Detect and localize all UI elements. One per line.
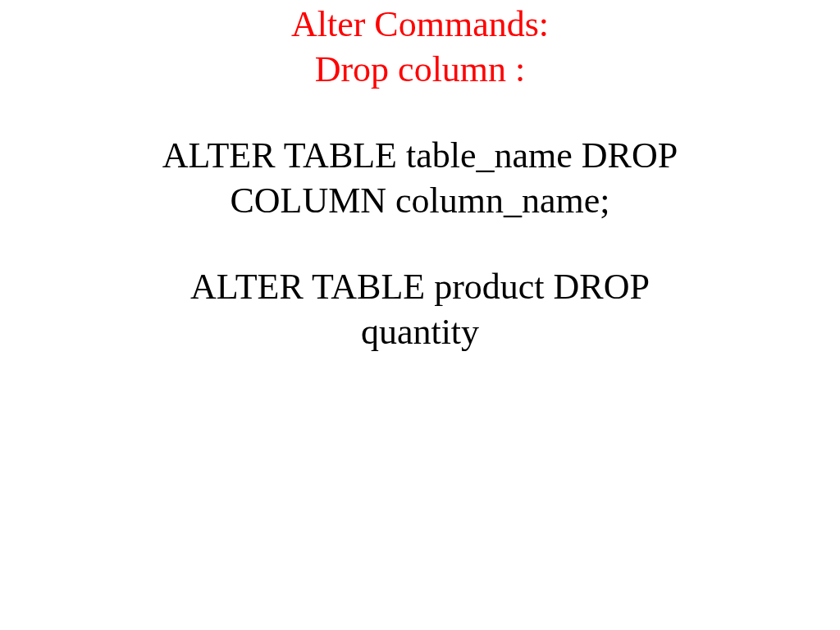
example-block: ALTER TABLE product DROP quantity — [0, 264, 840, 354]
slide-heading-line2: Drop column : — [0, 47, 840, 92]
slide-heading-line1: Alter Commands: — [0, 2, 840, 47]
slide-container: Alter Commands: Drop column : ALTER TABL… — [0, 0, 840, 630]
example-line1: ALTER TABLE product DROP — [0, 264, 840, 309]
syntax-line1: ALTER TABLE table_name DROP — [0, 133, 840, 178]
syntax-line2: COLUMN column_name; — [0, 178, 840, 223]
example-line2: quantity — [0, 309, 840, 354]
syntax-block: ALTER TABLE table_name DROP COLUMN colum… — [0, 133, 840, 223]
